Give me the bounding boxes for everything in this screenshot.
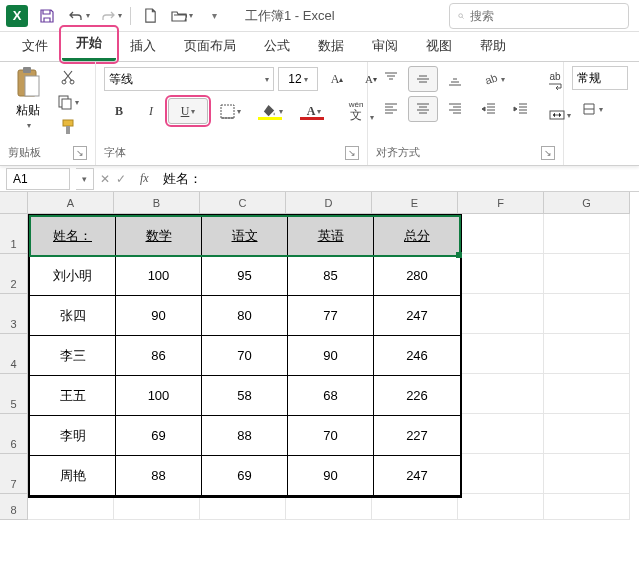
tab-data[interactable]: 数据 bbox=[304, 31, 358, 61]
col-header[interactable]: A bbox=[28, 192, 114, 214]
paste-icon[interactable] bbox=[13, 66, 43, 100]
cell[interactable]: 280 bbox=[374, 256, 460, 296]
cell[interactable]: 88 bbox=[116, 456, 202, 496]
col-header[interactable]: F bbox=[458, 192, 544, 214]
fill-color-icon[interactable]: ▾ bbox=[252, 98, 292, 124]
font-size-select[interactable]: 12▾ bbox=[278, 67, 318, 91]
wrap-text-icon[interactable]: ab bbox=[540, 66, 570, 98]
align-top-icon[interactable] bbox=[376, 66, 406, 92]
cell[interactable] bbox=[458, 214, 544, 254]
row-header[interactable]: 7 bbox=[0, 454, 28, 494]
align-right-icon[interactable] bbox=[440, 96, 470, 122]
cell[interactable]: 100 bbox=[116, 256, 202, 296]
cell[interactable]: 58 bbox=[202, 376, 288, 416]
tab-insert[interactable]: 插入 bbox=[116, 31, 170, 61]
cell[interactable]: 77 bbox=[288, 296, 374, 336]
tab-layout[interactable]: 页面布局 bbox=[170, 31, 250, 61]
cell[interactable]: 90 bbox=[116, 296, 202, 336]
indent-decrease-icon[interactable] bbox=[474, 96, 504, 122]
dialog-launcher-icon[interactable]: ↘ bbox=[73, 146, 87, 160]
enter-icon[interactable]: ✓ bbox=[116, 172, 126, 186]
tab-view[interactable]: 视图 bbox=[412, 31, 466, 61]
tab-formulas[interactable]: 公式 bbox=[250, 31, 304, 61]
cell[interactable]: 数学 bbox=[116, 216, 202, 256]
cell[interactable]: 70 bbox=[202, 336, 288, 376]
row-header[interactable]: 8 bbox=[0, 494, 28, 520]
cell[interactable]: 90 bbox=[288, 336, 374, 376]
cell[interactable]: 90 bbox=[288, 456, 374, 496]
row-header[interactable]: 4 bbox=[0, 334, 28, 374]
cell[interactable] bbox=[544, 294, 630, 334]
cell[interactable] bbox=[458, 334, 544, 374]
tab-help[interactable]: 帮助 bbox=[466, 31, 520, 61]
cell[interactable] bbox=[544, 254, 630, 294]
italic-button[interactable]: I bbox=[136, 98, 166, 124]
col-header[interactable]: D bbox=[286, 192, 372, 214]
grow-font-icon[interactable]: A▴ bbox=[322, 66, 352, 92]
col-header[interactable]: G bbox=[544, 192, 630, 214]
cell[interactable] bbox=[458, 374, 544, 414]
cell[interactable] bbox=[544, 334, 630, 374]
copy-icon[interactable]: ▾ bbox=[52, 91, 84, 113]
cell[interactable]: 247 bbox=[374, 456, 460, 496]
underline-button[interactable]: U▾ bbox=[168, 98, 208, 124]
cell[interactable] bbox=[458, 254, 544, 294]
qat-customize-icon[interactable]: ▾ bbox=[201, 3, 227, 29]
cell[interactable]: 总分 bbox=[374, 216, 460, 256]
cell[interactable]: 69 bbox=[116, 416, 202, 456]
fx-icon[interactable]: fx bbox=[140, 171, 149, 186]
cell[interactable]: 100 bbox=[116, 376, 202, 416]
orientation-icon[interactable]: ab▾ bbox=[474, 66, 514, 92]
cell[interactable] bbox=[544, 414, 630, 454]
col-header[interactable]: E bbox=[372, 192, 458, 214]
save-icon[interactable] bbox=[34, 3, 60, 29]
cancel-icon[interactable]: ✕ bbox=[100, 172, 110, 186]
cell[interactable]: 李明 bbox=[30, 416, 116, 456]
cell[interactable]: 80 bbox=[202, 296, 288, 336]
search-input[interactable] bbox=[449, 3, 629, 29]
cell[interactable] bbox=[544, 494, 630, 520]
row-header[interactable]: 6 bbox=[0, 414, 28, 454]
select-all-corner[interactable] bbox=[0, 192, 28, 214]
cut-icon[interactable] bbox=[52, 66, 84, 88]
cell[interactable]: 姓名： bbox=[30, 216, 116, 256]
borders-icon[interactable]: ▾ bbox=[210, 98, 250, 124]
redo-icon[interactable]: ▾ bbox=[98, 3, 124, 29]
row-header[interactable]: 5 bbox=[0, 374, 28, 414]
cell[interactable]: 247 bbox=[374, 296, 460, 336]
undo-icon[interactable]: ▾ bbox=[66, 3, 92, 29]
name-box-dropdown[interactable]: ▾ bbox=[76, 168, 94, 190]
cell[interactable]: 英语 bbox=[288, 216, 374, 256]
cell[interactable] bbox=[458, 494, 544, 520]
open-folder-icon[interactable]: ▾ bbox=[169, 3, 195, 29]
align-middle-icon[interactable] bbox=[408, 66, 438, 92]
number-format-select[interactable]: 常规 bbox=[572, 66, 628, 90]
tab-file[interactable]: 文件 bbox=[8, 31, 62, 61]
cell[interactable] bbox=[544, 214, 630, 254]
paste-label[interactable]: 粘贴 bbox=[16, 102, 40, 119]
font-name-select[interactable]: 等线▾ bbox=[104, 67, 274, 91]
font-color-icon[interactable]: A▾ bbox=[294, 98, 334, 124]
cell[interactable]: 95 bbox=[202, 256, 288, 296]
row-header[interactable]: 3 bbox=[0, 294, 28, 334]
new-file-icon[interactable] bbox=[137, 3, 163, 29]
cell[interactable]: 88 bbox=[202, 416, 288, 456]
bold-button[interactable]: B bbox=[104, 98, 134, 124]
cell[interactable] bbox=[544, 374, 630, 414]
cell[interactable]: 王五 bbox=[30, 376, 116, 416]
tab-home[interactable]: 开始 bbox=[62, 28, 116, 61]
indent-increase-icon[interactable] bbox=[506, 96, 536, 122]
cell[interactable] bbox=[458, 414, 544, 454]
tab-review[interactable]: 审阅 bbox=[358, 31, 412, 61]
formula-input[interactable] bbox=[157, 171, 639, 186]
cell[interactable]: 246 bbox=[374, 336, 460, 376]
col-header[interactable]: C bbox=[200, 192, 286, 214]
cell[interactable]: 85 bbox=[288, 256, 374, 296]
cell[interactable] bbox=[458, 454, 544, 494]
phonetic-icon[interactable]: wén文▾ bbox=[336, 98, 376, 124]
cell[interactable]: 227 bbox=[374, 416, 460, 456]
format-painter-icon[interactable] bbox=[52, 116, 84, 138]
cell[interactable] bbox=[544, 454, 630, 494]
accounting-format-icon[interactable]: ▾ bbox=[572, 96, 612, 122]
cell[interactable]: 语文 bbox=[202, 216, 288, 256]
